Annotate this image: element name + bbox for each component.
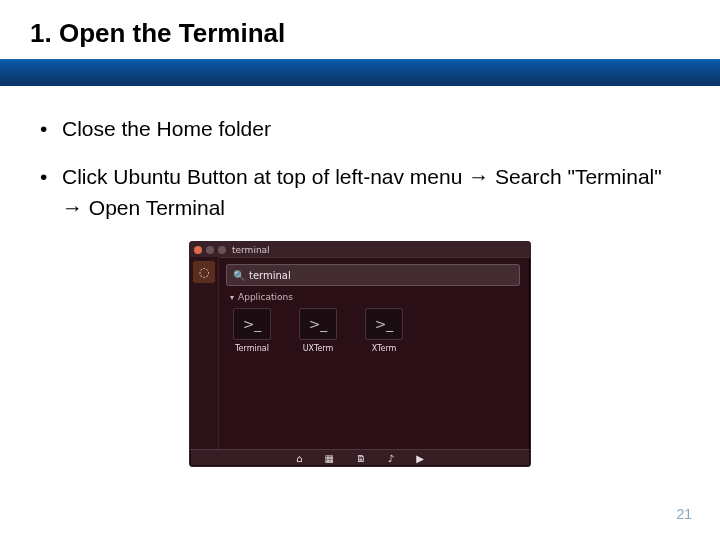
unity-launcher: ◌ — [190, 257, 219, 450]
search-query-text: terminal — [249, 270, 291, 281]
bullet-item: Click Ubuntu Button at top of left-nav m… — [40, 162, 680, 223]
dash-search-field: 🔍 terminal — [226, 264, 520, 286]
maximize-icon — [218, 246, 226, 254]
app-result-terminal: >_ Terminal — [230, 308, 274, 353]
app-result-uxterm: >_ UXTerm — [296, 308, 340, 353]
music-icon: ♪ — [388, 453, 394, 464]
page-number: 21 — [676, 506, 692, 522]
apps-icon: ▦ — [324, 453, 333, 464]
search-results: >_ Terminal >_ UXTerm >_ XTerm — [230, 308, 406, 353]
terminal-icon: >_ — [233, 308, 271, 340]
app-result-label: UXTerm — [303, 344, 334, 353]
title-underline-bar — [0, 59, 720, 86]
ubuntu-dash-icon: ◌ — [193, 261, 215, 283]
app-result-xterm: >_ XTerm — [362, 308, 406, 353]
terminal-icon: >_ — [299, 308, 337, 340]
chevron-down-icon: ▾ — [230, 293, 234, 302]
bullet-list: Close the Home folder Click Ubuntu Butto… — [40, 114, 680, 223]
terminal-icon: >_ — [365, 308, 403, 340]
window-titlebar: terminal — [190, 242, 530, 258]
ubuntu-dash-screenshot: terminal ◌ 🔍 terminal ▾Applications >_ T… — [189, 241, 531, 467]
results-category-label: ▾Applications — [230, 292, 293, 302]
dash-lens-bar: ⌂ ▦ 🗎 ♪ ▶ — [190, 449, 530, 466]
files-icon: 🗎 — [356, 453, 366, 464]
home-icon: ⌂ — [296, 453, 302, 464]
close-icon — [194, 246, 202, 254]
video-icon: ▶ — [416, 453, 424, 464]
app-result-label: XTerm — [372, 344, 397, 353]
app-result-label: Terminal — [235, 344, 269, 353]
bullet-item: Close the Home folder — [40, 114, 680, 144]
window-title: terminal — [232, 245, 270, 255]
slide-title: 1. Open the Terminal — [30, 18, 720, 49]
search-icon: 🔍 — [233, 270, 245, 281]
minimize-icon — [206, 246, 214, 254]
